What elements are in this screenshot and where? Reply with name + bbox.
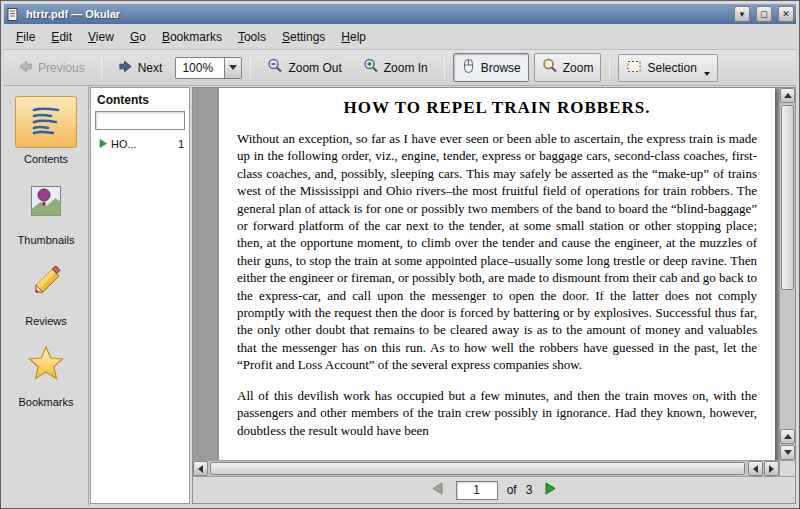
contents-tree-item-page: 1 (178, 138, 184, 150)
chevron-down-icon (229, 65, 237, 70)
browse-tool-button[interactable]: Browse (453, 53, 529, 82)
chevron-down-icon (704, 72, 710, 76)
menu-view[interactable]: View (80, 26, 122, 48)
sidebar-item-contents[interactable]: Contents (7, 92, 85, 173)
titlebar[interactable]: htrtr.pdf — Okular ▾ ◻ ✕ (4, 4, 796, 24)
reviews-pencil-icon (30, 266, 62, 302)
close-icon: ✕ (782, 8, 790, 21)
selection-tool-button[interactable]: Selection (618, 54, 717, 82)
scroll-down-button[interactable] (780, 445, 795, 460)
horizontal-scrollbar[interactable] (193, 460, 779, 476)
close-button[interactable]: ✕ (778, 6, 794, 22)
selection-rect-icon (626, 59, 642, 77)
vertical-scrollbar-thumb[interactable] (781, 105, 794, 290)
sidebar-item-bookmarks[interactable]: Bookmarks (7, 335, 85, 416)
arrow-left-icon (18, 59, 33, 77)
toolbar-separator (101, 57, 102, 79)
zoom-level-dropdown-button[interactable] (224, 58, 241, 78)
document-paragraph: Without an exception, so far as I have e… (237, 130, 757, 374)
magnifier-minus-icon (267, 58, 283, 77)
menu-tools[interactable]: Tools (230, 26, 274, 48)
contents-panel: Contents HO... 1 (90, 87, 190, 504)
zoom-level-combobox[interactable]: 100% (175, 57, 242, 79)
zoom-tool-button[interactable]: Zoom (534, 53, 602, 82)
okular-app-icon[interactable] (6, 7, 20, 21)
arrow-right-icon (769, 465, 774, 473)
horizontal-scrollbar-thumb[interactable] (210, 462, 745, 475)
zoom-in-button[interactable]: Zoom In (355, 53, 436, 82)
magnifier-icon (542, 58, 558, 77)
zoom-level-value: 100% (176, 58, 224, 78)
total-pages-label: 3 (526, 483, 533, 497)
page-prev-icon (431, 481, 444, 499)
triangle-right-icon (99, 138, 107, 150)
scrollbar-corner (779, 460, 795, 476)
menu-file[interactable]: File (8, 26, 43, 48)
document-page: HOW TO REPEL TRAIN ROBBERS. Without an e… (219, 88, 775, 476)
zoom-out-button[interactable]: Zoom Out (259, 53, 349, 82)
minimize-button[interactable]: ▾ (734, 6, 750, 22)
scroll-left-button[interactable] (193, 461, 208, 476)
document-paragraph: All of this devilish work has occupied b… (237, 387, 757, 439)
main-area: Contents Thumbnails Reviews Bookmarks (4, 86, 796, 505)
menu-go[interactable]: Go (122, 26, 154, 48)
sidebar-item-label: Contents (24, 153, 68, 165)
contents-tree-item-label: HO... (111, 138, 174, 150)
window-title: htrtr.pdf — Okular (24, 8, 728, 20)
menubar: File Edit View Go Bookmarks Tools Settin… (4, 24, 796, 50)
toolbar: Previous Next 100% Zoom Out Zoom In Brow… (4, 50, 796, 86)
arrow-up-icon (784, 93, 792, 98)
minimize-icon: ▾ (740, 8, 745, 21)
contents-search-input[interactable] (95, 111, 185, 130)
current-page-input[interactable] (456, 481, 498, 500)
scroll-right-button[interactable] (764, 461, 779, 476)
next-button[interactable]: Next (110, 54, 171, 82)
scroll-up-button[interactable] (780, 88, 795, 103)
document-heading: HOW TO REPEL TRAIN ROBBERS. (237, 98, 757, 118)
vertical-scrollbar[interactable] (779, 88, 795, 460)
sidebar-item-label: Bookmarks (18, 396, 73, 408)
maximize-icon: ◻ (760, 8, 767, 21)
contents-tree-item[interactable]: HO... 1 (91, 136, 189, 152)
arrow-down-icon (784, 450, 792, 455)
sidebar-item-thumbnails[interactable]: Thumbnails (7, 173, 85, 254)
contents-panel-title: Contents (91, 88, 189, 111)
page-next-icon (544, 481, 557, 499)
magnifier-plus-icon (363, 58, 379, 77)
menu-bookmarks[interactable]: Bookmarks (154, 26, 230, 48)
sidebar-item-label: Thumbnails (18, 234, 75, 246)
arrow-left-icon (753, 465, 758, 473)
mouse-icon (461, 58, 476, 77)
previous-page-button[interactable] (429, 481, 447, 499)
bookmarks-star-icon (28, 346, 64, 384)
page-of-label: of (507, 483, 517, 497)
sidebar-item-label: Reviews (25, 315, 67, 327)
arrow-right-icon (118, 59, 133, 77)
menu-edit[interactable]: Edit (43, 26, 80, 48)
maximize-button[interactable]: ◻ (756, 6, 772, 22)
next-page-button[interactable] (541, 481, 559, 499)
toolbar-separator (250, 57, 251, 79)
sidebar: Contents Thumbnails Reviews Bookmarks (4, 86, 89, 505)
toolbar-separator (609, 57, 610, 79)
menu-help[interactable]: Help (333, 26, 374, 48)
sidebar-item-reviews[interactable]: Reviews (7, 254, 85, 335)
page-navigation-bar: of 3 (193, 476, 795, 503)
scroll-up-button-2[interactable] (780, 429, 795, 444)
previous-button[interactable]: Previous (10, 54, 93, 82)
document-view[interactable]: HOW TO REPEL TRAIN ROBBERS. Without an e… (193, 88, 795, 476)
menu-settings[interactable]: Settings (274, 26, 333, 48)
document-column: HOW TO REPEL TRAIN ROBBERS. Without an e… (192, 87, 796, 504)
toolbar-separator (444, 57, 445, 79)
scroll-left-button-2[interactable] (748, 461, 763, 476)
arrow-up-icon (784, 434, 792, 439)
thumbnails-image-icon (30, 185, 62, 221)
okular-window: htrtr.pdf — Okular ▾ ◻ ✕ File Edit View … (0, 0, 800, 509)
arrow-left-icon (198, 465, 203, 473)
contents-list-icon (28, 102, 64, 142)
